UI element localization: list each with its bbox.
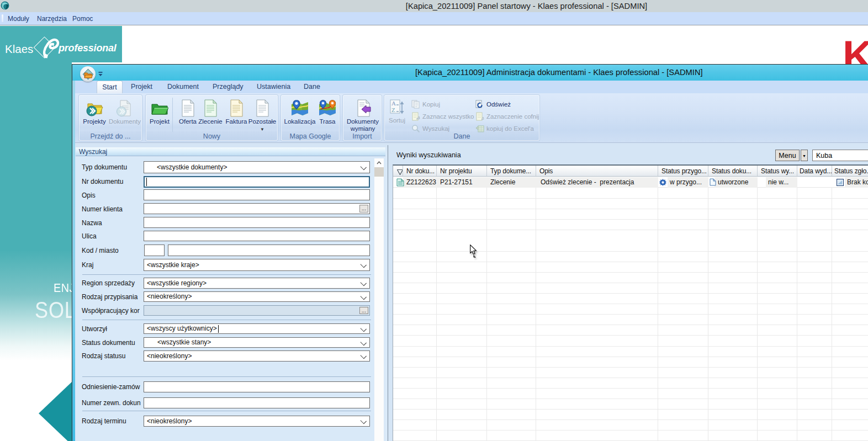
- svg-text:Klaes: Klaes: [5, 42, 33, 55]
- svg-text:professional: professional: [58, 42, 117, 54]
- svg-text:A: A: [391, 100, 396, 107]
- svg-text:Z: Z: [391, 107, 395, 113]
